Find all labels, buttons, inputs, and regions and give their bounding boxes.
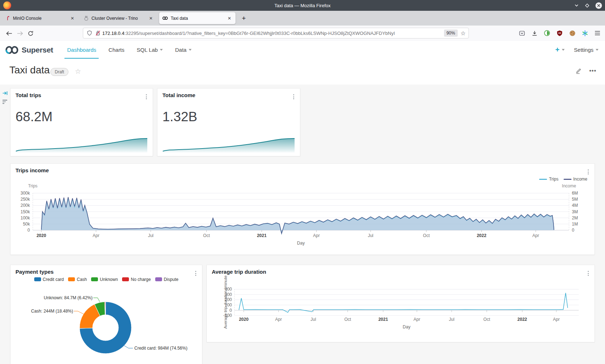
dashboard-actions: •••: [575, 67, 596, 74]
dashboard-header: Taxi data Draft ☆ •••: [0, 59, 605, 85]
x-axis-tick-label: Apr: [93, 233, 99, 238]
x-axis-tick-label: Jul: [449, 317, 454, 322]
toolbar-extensions: UD: [518, 28, 601, 38]
big-number-value: 68.2M: [15, 109, 53, 124]
window-title: Taxi data — Mozilla Firefox: [0, 3, 605, 8]
tab-title: Cluster Overview - Trino: [91, 16, 148, 21]
insecure-lock-icon[interactable]: [95, 30, 101, 36]
avg-trip-duration-card: Average trip duration 4003002001000-100A…: [207, 265, 595, 342]
big-number-value: 1.32B: [162, 109, 197, 124]
x-axis-tick-label: 2021: [257, 233, 266, 238]
x-axis-tick-label: Oct: [483, 317, 490, 322]
privacy-extension-icon[interactable]: [543, 29, 551, 37]
new-tab-button[interactable]: +: [239, 13, 249, 23]
x-axis-tick-label: Apr: [275, 317, 282, 322]
y-axis-tick-label: 6M: [572, 191, 578, 196]
trips-area: [41, 198, 554, 233]
y-axis-tick-label: 5M: [572, 197, 578, 202]
payment-types-card: Payment types Credit cardCashUnknownNo c…: [10, 265, 202, 364]
x-axis-tick-label: Jul: [368, 233, 373, 238]
x-axis-tick-label: 2022: [477, 233, 487, 238]
y-axis-name: Average trip duration (minute: [223, 276, 228, 329]
y-axis-tick-label: 4M: [572, 203, 578, 208]
edit-pencil-icon[interactable]: [575, 67, 582, 74]
url-host: 172.18.0.4: [102, 31, 124, 36]
trino-bunny-icon: [84, 15, 89, 21]
superset-nav-right: + Settings: [555, 41, 599, 59]
draft-status-badge: Draft: [50, 68, 68, 76]
cookie-icon[interactable]: [568, 29, 576, 37]
tab-close-icon[interactable]: ✕: [148, 15, 154, 22]
tab-close-icon[interactable]: ✕: [69, 15, 76, 22]
x-axis-tick-label: Jul: [148, 233, 153, 238]
window-minimize-icon[interactable]: [574, 3, 579, 8]
trips-income-chart: 300k250k200k150k100k50k06M5M4M3M2M1M0Tri…: [10, 164, 595, 256]
window-maximize-icon[interactable]: [585, 3, 590, 8]
x-axis-tick-label: Oct: [423, 233, 430, 238]
x-axis-tick-label: Jul: [310, 317, 316, 322]
callout-line: [93, 298, 100, 302]
x-axis-tick-label: 2020: [36, 233, 46, 238]
more-options-icon[interactable]: •••: [589, 68, 596, 74]
donut-callout-label: Cash: 244M (18.48%): [31, 309, 73, 314]
reload-button[interactable]: [25, 28, 36, 39]
tab-minio-console[interactable]: MinIO Console ✕: [2, 12, 79, 24]
superset-navbar: Superset Dashboards Charts SQL Lab Data …: [0, 41, 605, 59]
y-axis-tick-label: 150k: [21, 209, 30, 214]
chevron-down-icon: [596, 49, 599, 51]
nav-item-charts[interactable]: Charts: [102, 41, 130, 59]
y-axis-tick-label: 300k: [21, 191, 30, 196]
tab-taxi-data-active[interactable]: Taxi data ✕: [159, 12, 236, 24]
nav-item-sql-lab[interactable]: SQL Lab: [131, 41, 169, 59]
x-axis-name: Day: [297, 241, 305, 246]
expand-filter-bar-icon[interactable]: [2, 90, 8, 96]
back-arrow-icon: [6, 31, 12, 36]
window-controls: [574, 0, 602, 11]
tab-strip: MinIO Console ✕ Cluster Overview - Trino…: [0, 11, 605, 26]
nav-item-dashboards[interactable]: Dashboards: [61, 41, 102, 59]
ublock-shield-icon[interactable]: UD: [556, 29, 564, 37]
avg-trip-duration-chart: 4003002001000-100Average trip duration (…: [207, 265, 595, 343]
x-axis-tick-label: Apr: [313, 233, 320, 238]
x-axis-tick-label: Apr: [413, 317, 420, 322]
tab-title: MinIO Console: [13, 16, 69, 21]
x-axis-name: Day: [403, 324, 410, 329]
chevron-down-icon: [189, 49, 192, 51]
url-bar[interactable]: 172.18.0.4:32295/superset/dashboard/1/?n…: [83, 28, 469, 38]
add-new-button[interactable]: +: [555, 46, 565, 54]
y-axis-tick-label: 0: [27, 228, 30, 233]
favorite-star-icon[interactable]: ☆: [75, 67, 81, 76]
containers-asterisk-icon[interactable]: [581, 29, 589, 37]
back-button[interactable]: [4, 28, 14, 39]
tracking-protection-shield-icon[interactable]: [87, 30, 92, 36]
tab-trino-cluster-overview[interactable]: Cluster Overview - Trino ✕: [81, 12, 157, 24]
bookmark-star-icon[interactable]: ☆: [461, 30, 466, 37]
settings-menu[interactable]: Settings: [574, 47, 599, 53]
downloads-icon[interactable]: [530, 29, 538, 37]
window-close-icon[interactable]: [595, 2, 602, 9]
x-axis-tick-label: Apr: [532, 233, 539, 238]
superset-logo-icon: [4, 44, 20, 56]
tab-close-icon[interactable]: ✕: [226, 15, 233, 22]
nav-item-data[interactable]: Data: [169, 41, 198, 59]
y-axis-name: Trips: [28, 183, 37, 188]
dashboard-body: Total trips 68.2M Total income 1.32B: [0, 85, 605, 364]
superset-brand[interactable]: Superset: [4, 41, 53, 59]
trips-income-card: Trips income TripsIncome 300k250k200k150…: [10, 164, 595, 255]
y-axis-tick-label: 2M: [572, 215, 578, 220]
chart-kebab-menu-icon[interactable]: [146, 94, 147, 99]
chart-title: Total trips: [15, 92, 41, 98]
forward-button[interactable]: [14, 28, 25, 39]
donut-callout-label: Credit card: 984M (74.56%): [134, 346, 187, 351]
chart-title: Total income: [162, 92, 195, 98]
window-titlebar: Taxi data — Mozilla Firefox: [0, 0, 605, 11]
menu-hamburger-icon[interactable]: [593, 29, 601, 37]
chart-kebab-menu-icon[interactable]: [293, 94, 294, 99]
pocket-icon[interactable]: [518, 29, 526, 37]
filter-funnel-icon[interactable]: [3, 100, 7, 104]
page-zoom-badge[interactable]: 90%: [444, 29, 458, 37]
duration-line: [239, 293, 568, 312]
tab-title: Taxi data: [171, 16, 226, 21]
y-axis-name: Income: [562, 183, 576, 188]
url-text[interactable]: 172.18.0.4:32295/superset/dashboard/1/?n…: [102, 31, 444, 36]
